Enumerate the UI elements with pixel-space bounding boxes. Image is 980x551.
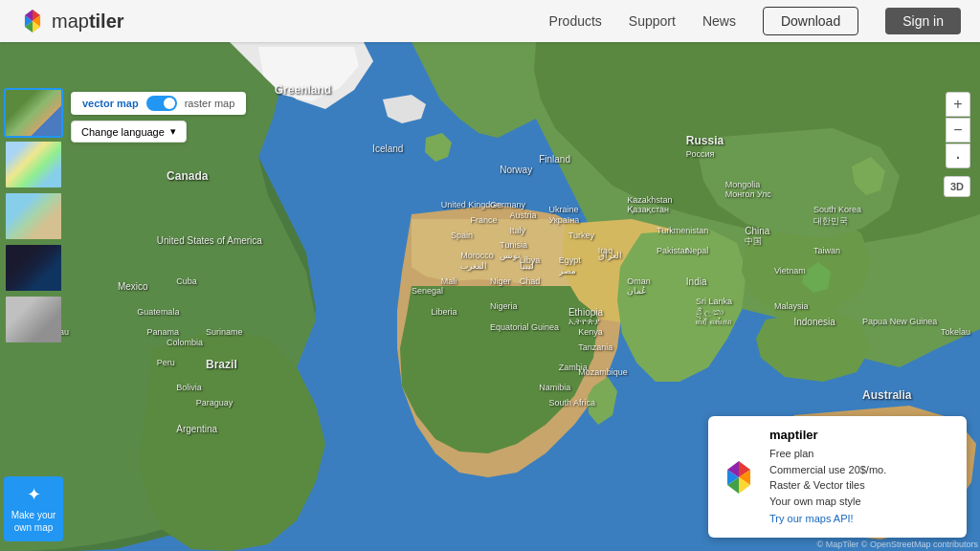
3d-button[interactable]: 3D [944,176,970,197]
logo-wordmark: maptiler [52,11,124,33]
map-style-grey[interactable] [4,295,63,344]
map-style-terrain[interactable] [4,191,63,241]
info-line3: Raster & Vector tiles [769,477,886,494]
change-language-button[interactable]: Change language ▾ [71,121,187,143]
info-line1: Free plan [769,446,886,462]
info-title-tiler: tiler [795,428,818,442]
logo[interactable]: maptiler [19,8,124,34]
zoom-controls: + − · [946,92,970,168]
zoom-in-button[interactable]: + [946,92,970,117]
attribution: © MapTiler © OpenStreetMap contributors [817,540,979,549]
chevron-down-icon: ▾ [170,125,176,138]
maptiler-logo-icon [19,8,46,34]
header: maptiler Products Support News Download … [0,0,980,42]
change-language-label: Change language [81,126,165,138]
info-title-map: map [769,428,795,442]
make-map-icon: ✦ [27,484,41,505]
info-line2: Commercial use 20$/mo. [769,462,886,478]
download-button[interactable]: Download [763,7,858,35]
toggle-knob [164,98,175,109]
info-card-title: maptiler [769,428,886,442]
info-card-logo [720,458,758,496]
try-api-link[interactable]: Try our maps API! [769,513,854,524]
nav-support[interactable]: Support [629,13,676,29]
info-line4: Your own map style [769,494,886,510]
make-map-label: Make yourown map [11,509,56,534]
map-container[interactable]: GreenlandIcelandCanadaRussiaРоссияNorway… [0,42,980,551]
zoom-reset-button[interactable]: · [946,143,970,168]
logo-text-tiler: tiler [89,11,124,32]
zoom-out-button[interactable]: − [946,118,970,143]
signin-button[interactable]: Sign in [885,8,961,34]
map-style-dark[interactable] [4,243,63,293]
nav-products[interactable]: Products [549,13,602,29]
make-your-own-map-button[interactable]: ✦ Make yourown map [4,476,63,541]
nav-news[interactable]: News [702,13,736,29]
raster-map-option[interactable]: raster map [181,96,239,111]
info-card: maptiler Free plan Commercial use 20$/mo… [708,416,967,538]
map-style-political[interactable] [4,140,63,189]
map-type-toggle: vector map raster map [71,92,246,115]
info-card-text: Free plan Commercial use 20$/mo. Raster … [769,446,886,509]
map-style-satellite[interactable] [4,88,63,138]
map-type-controls: vector map raster map Change language ▾ [71,92,246,143]
main-nav: Products Support News Download Sign in [549,7,961,35]
logo-text-map: map [52,11,89,32]
info-card-content: maptiler Free plan Commercial use 20$/mo… [769,428,886,526]
toggle-switch[interactable] [146,96,177,111]
vector-map-option[interactable]: vector map [78,96,143,111]
